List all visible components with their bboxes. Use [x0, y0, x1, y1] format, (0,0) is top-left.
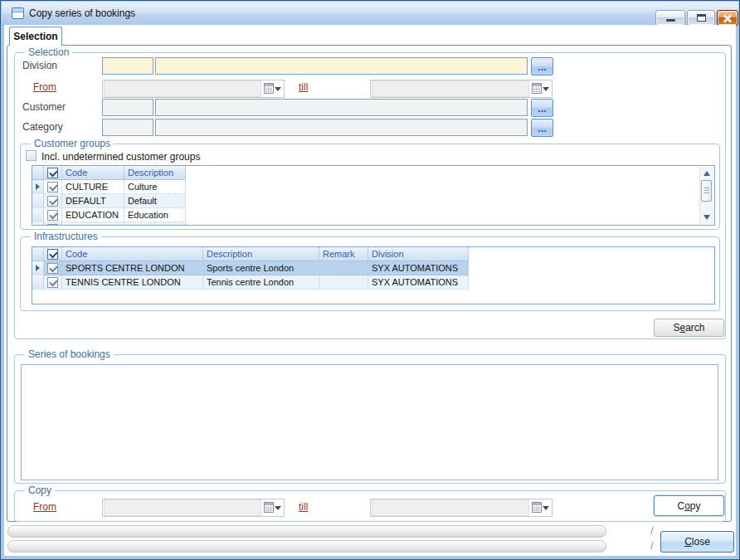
column-header[interactable]: Division [368, 247, 469, 261]
copy-till-date-calendar-button[interactable] [530, 499, 552, 516]
maximize-icon [697, 14, 706, 22]
customer-name-input[interactable] [155, 99, 528, 116]
current-row-arrow-icon [36, 265, 40, 271]
calendar-icon [532, 83, 542, 94]
close-icon [723, 13, 733, 23]
division-browse-button[interactable]: ... [531, 57, 553, 75]
dropdown-caret-icon [275, 87, 281, 91]
column-header[interactable]: Description [124, 166, 186, 180]
grid-cell[interactable]: SYX AUTOMATIONS [368, 275, 469, 290]
column-header[interactable]: Remark [319, 247, 368, 261]
minimize-button[interactable] [655, 10, 685, 26]
category-label: Category [22, 121, 63, 133]
column-header[interactable]: Code [62, 166, 124, 180]
row-marker [32, 222, 44, 226]
column-header[interactable]: Code [62, 247, 203, 261]
scroll-thumb[interactable] [701, 180, 712, 202]
till-date-control [370, 80, 553, 98]
close-button[interactable]: Close [660, 531, 734, 553]
from-link-label[interactable]: From [33, 81, 56, 93]
customer-groups-grid: CodeDescriptionCULTURECultureDEFAULTDefa… [32, 165, 715, 226]
category-browse-button[interactable]: ... [531, 119, 553, 137]
till-date-input[interactable] [372, 80, 529, 97]
table-row[interactable]: DEFAULTDefault [32, 194, 186, 208]
grid-cell[interactable]: EMPLOYEES [62, 222, 124, 226]
grid-cell[interactable]: CULTURE [62, 180, 124, 194]
row-checkbox-cell[interactable] [44, 222, 62, 226]
row-checkbox[interactable] [47, 277, 58, 288]
category-code-input[interactable] [102, 119, 153, 136]
row-checkbox[interactable] [47, 210, 58, 221]
grid-cell[interactable]: DEFAULT [62, 194, 124, 208]
infrastructures-grid: CodeDescriptionRemarkDivisionSPORTS CENT… [32, 246, 715, 304]
include-undetermined-checkbox[interactable] [26, 150, 37, 161]
scroll-up-icon[interactable] [700, 168, 713, 179]
from-date-calendar-button[interactable] [262, 80, 284, 97]
grid-cell[interactable]: Employees [124, 222, 186, 226]
title-bar: Copy series of bookings [2, 2, 738, 26]
row-checkbox-cell[interactable] [44, 208, 62, 222]
include-undetermined-label: Incl. undetermined customer groups [41, 151, 200, 163]
table-row[interactable]: EMPLOYEESEmployees [32, 222, 186, 226]
dropdown-caret-icon [543, 87, 549, 91]
till-link-label[interactable]: till [299, 81, 308, 93]
window-icon [12, 7, 24, 19]
from-date-input[interactable] [104, 80, 261, 97]
scroll-down-icon[interactable] [700, 212, 713, 223]
grid-cell[interactable] [319, 275, 368, 290]
grid-header-row: CodeDescriptionRemarkDivision [32, 247, 469, 261]
copy-button[interactable]: Copy [654, 495, 724, 516]
copy-till-date-input[interactable] [372, 499, 529, 516]
from-date-control [102, 80, 285, 98]
copy-from-date-calendar-button[interactable] [262, 499, 284, 516]
row-checkbox[interactable] [47, 182, 58, 192]
customer-code-input[interactable] [102, 99, 153, 116]
till-date-calendar-button[interactable] [530, 80, 552, 97]
division-name-input[interactable] [155, 57, 528, 75]
row-checkbox-cell[interactable] [44, 194, 62, 208]
row-checkbox[interactable] [47, 224, 58, 226]
row-checkbox-cell[interactable] [44, 180, 62, 194]
status-slash-bottom: / [650, 539, 654, 552]
grid-cell[interactable]: EDUCATION [62, 208, 124, 222]
grid-cell[interactable]: SYX AUTOMATIONS [368, 261, 469, 275]
select-all-checkbox[interactable] [47, 249, 58, 260]
row-checkbox-cell[interactable] [44, 261, 62, 275]
column-header[interactable]: Description [203, 247, 319, 261]
search-button[interactable]: Search [654, 319, 724, 337]
header-checkbox-cell[interactable] [44, 247, 62, 261]
maximize-button[interactable] [687, 10, 715, 26]
table-row[interactable]: TENNIS CENTRE LONDONTennis centre London… [32, 275, 469, 290]
copy-from-date-input[interactable] [104, 499, 261, 516]
grid-cell[interactable]: Default [124, 194, 186, 208]
copy-from-link-label[interactable]: From [33, 501, 56, 513]
grid-cell[interactable]: Education [124, 208, 186, 222]
copy-till-link-label[interactable]: till [299, 501, 308, 513]
grid-header-row: CodeDescription [32, 166, 186, 180]
row-marker [32, 194, 44, 208]
grid-cell[interactable] [319, 261, 368, 275]
division-code-input[interactable] [102, 57, 153, 75]
dialog-client-area: Selection Selection Division ... From ti… [4, 25, 736, 555]
grid-cell[interactable]: Tennis centre London [203, 275, 319, 290]
grid-cell[interactable]: Sports centre London [203, 261, 319, 275]
tab-selection[interactable]: Selection [9, 27, 62, 46]
grid-cell[interactable]: TENNIS CENTRE LONDON [62, 275, 203, 290]
row-checkbox[interactable] [47, 263, 58, 274]
customer-browse-button[interactable]: ... [531, 99, 553, 117]
row-checkbox[interactable] [47, 196, 58, 207]
table-row[interactable]: CULTURECulture [32, 180, 186, 194]
row-checkbox-cell[interactable] [44, 275, 62, 290]
table-row[interactable]: EDUCATIONEducation [32, 208, 186, 222]
select-all-checkbox[interactable] [47, 168, 58, 178]
vertical-scrollbar[interactable] [699, 167, 713, 224]
table-row[interactable]: SPORTS CENTRE LONDONSports centre London… [32, 261, 469, 275]
category-name-input[interactable] [155, 119, 528, 136]
copy-from-date-control [102, 499, 285, 517]
header-checkbox-cell[interactable] [44, 166, 62, 180]
row-marker-header [32, 166, 44, 180]
grid-cell[interactable]: SPORTS CENTRE LONDON [62, 261, 203, 275]
grid-cell[interactable]: Culture [124, 180, 186, 194]
series-of-bookings-list[interactable] [21, 364, 718, 480]
close-window-button[interactable] [717, 10, 738, 26]
